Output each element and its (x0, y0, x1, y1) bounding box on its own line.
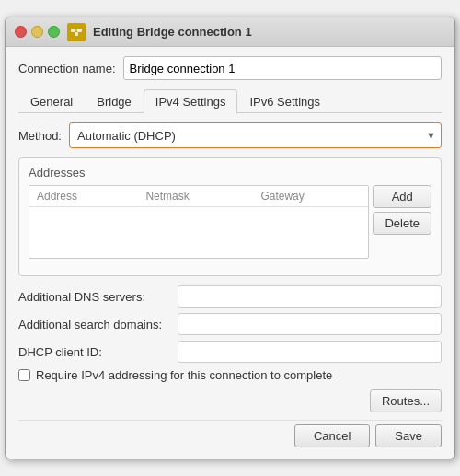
add-address-button[interactable]: Add (373, 185, 431, 208)
addresses-section: Addresses Address Netmask Gateway (18, 157, 442, 276)
col-address: Address (29, 186, 138, 207)
dialog-content: Connection name: General Bridge IPv4 Set… (6, 47, 454, 459)
require-ipv4-checkbox[interactable] (18, 369, 30, 381)
method-select-wrapper: Automatic (DHCP) Manual Link-Local Only … (69, 122, 442, 148)
addresses-table: Address Netmask Gateway (29, 186, 368, 207)
require-ipv4-row: Require IPv4 addressing for this connect… (18, 368, 442, 382)
dhcp-client-id-input[interactable] (178, 341, 442, 363)
addresses-title: Addresses (29, 166, 431, 180)
routes-button[interactable]: Routes... (370, 389, 442, 412)
connection-name-input[interactable] (123, 56, 442, 80)
main-window: Editing Bridge connection 1 Connection n… (5, 17, 455, 459)
connection-name-row: Connection name: (18, 56, 442, 80)
search-domains-label: Additional search domains: (18, 318, 170, 331)
cancel-button[interactable]: Cancel (294, 424, 370, 447)
method-label: Method: (18, 129, 62, 143)
search-domains-row: Additional search domains: (18, 313, 442, 335)
dns-servers-label: Additional DNS servers: (18, 290, 170, 304)
dns-section: Additional DNS servers: Additional searc… (18, 285, 442, 363)
close-button[interactable] (15, 26, 27, 38)
dns-servers-row: Additional DNS servers: (18, 285, 442, 308)
tab-general[interactable]: General (18, 89, 85, 113)
connection-name-label: Connection name: (18, 62, 116, 75)
save-button[interactable]: Save (375, 424, 442, 447)
addresses-container: Address Netmask Gateway Add Delete (29, 185, 431, 259)
window-controls (15, 26, 60, 38)
maximize-button[interactable] (48, 26, 60, 38)
svg-rect-3 (75, 32, 78, 36)
minimize-button[interactable] (31, 26, 43, 38)
dns-servers-input[interactable] (178, 285, 442, 308)
method-row: Method: Automatic (DHCP) Manual Link-Loc… (18, 122, 442, 148)
search-domains-input[interactable] (178, 313, 442, 335)
method-select[interactable]: Automatic (DHCP) Manual Link-Local Only … (69, 122, 442, 148)
tab-ipv4[interactable]: IPv4 Settings (144, 89, 238, 113)
tab-ipv6[interactable]: IPv6 Settings (237, 89, 332, 113)
svg-rect-2 (75, 29, 79, 30)
dhcp-client-id-label: DHCP client ID: (18, 345, 170, 359)
require-ipv4-label: Require IPv4 addressing for this connect… (36, 368, 332, 382)
tab-bar: General Bridge IPv4 Settings IPv6 Settin… (18, 89, 442, 113)
delete-address-button[interactable]: Delete (373, 212, 431, 235)
address-action-buttons: Add Delete (373, 185, 431, 259)
dhcp-client-id-row: DHCP client ID: (18, 341, 442, 363)
tab-bridge[interactable]: Bridge (85, 89, 144, 113)
titlebar: Editing Bridge connection 1 (6, 17, 454, 47)
col-gateway: Gateway (253, 186, 368, 207)
app-icon (67, 23, 86, 41)
action-buttons: Cancel Save (18, 420, 442, 447)
addresses-table-wrap: Address Netmask Gateway (29, 185, 369, 259)
window-title: Editing Bridge connection 1 (93, 25, 445, 39)
col-netmask: Netmask (138, 186, 253, 207)
routes-row: Routes... (18, 389, 442, 412)
